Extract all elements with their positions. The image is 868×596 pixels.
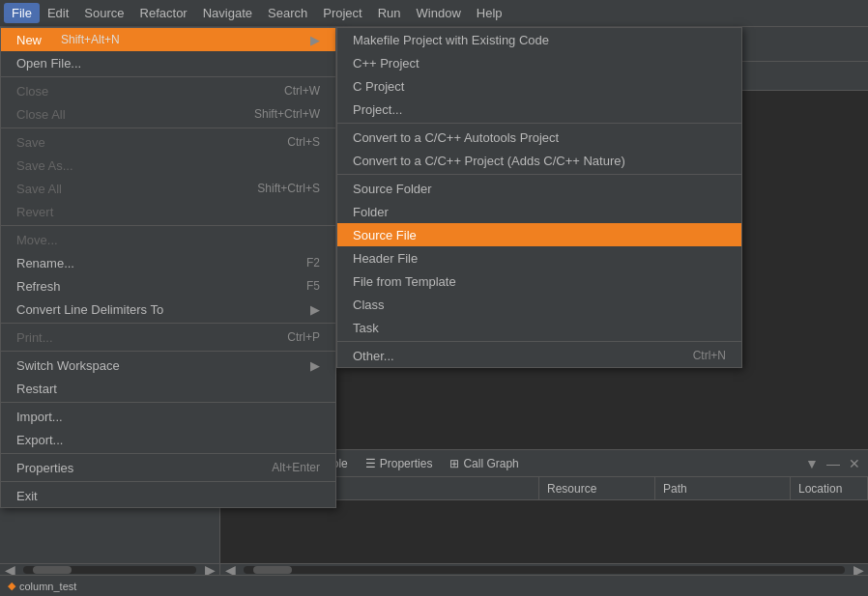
menu-item-open-file[interactable]: Open File... [1, 51, 335, 74]
col-header-path[interactable]: Path [655, 477, 791, 499]
menu-item-close[interactable]: Close Ctrl+W [1, 79, 335, 102]
separator-4 [1, 323, 335, 324]
submenu-item-other[interactable]: Other... Ctrl+N [337, 344, 741, 367]
submenu-item-c-project[interactable]: C Project [337, 74, 741, 98]
submenu-item-cpp-project[interactable]: C++ Project [337, 51, 741, 74]
separator-7 [1, 453, 335, 454]
bottom-scroll-thumb[interactable] [253, 566, 292, 574]
bottom-scroll-right-icon[interactable]: ▶ [849, 560, 868, 576]
col-header-resource[interactable]: Resource [539, 477, 655, 499]
menubar-item-source[interactable]: Source [76, 3, 131, 23]
menubar-item-run[interactable]: Run [370, 3, 409, 23]
submenu-item-convert-autotools[interactable]: Convert to a C/C++ Autotools Project [337, 126, 741, 149]
separator-5 [1, 351, 335, 352]
statusbar: ◆ column_test [0, 575, 868, 596]
submenu-item-header-file[interactable]: Header File [337, 246, 741, 270]
new-submenu: Makefile Project with Existing Code C++ … [336, 27, 742, 368]
separator-3 [1, 225, 335, 226]
menubar-item-window[interactable]: Window [409, 3, 469, 23]
tab-call-graph[interactable]: ⊞ Call Graph [442, 455, 526, 472]
submenu-item-file-from-template[interactable]: File from Template [337, 270, 741, 293]
menubar-item-edit[interactable]: Edit [40, 3, 76, 23]
separator-2 [1, 128, 335, 128]
menu-item-save-as[interactable]: Save As... [1, 154, 335, 177]
scroll-track [23, 566, 196, 574]
properties-icon: ☰ [365, 457, 376, 470]
scroll-right-btn[interactable]: ▶ [200, 560, 219, 576]
bottom-panel-minus-icon[interactable]: — [824, 454, 843, 473]
scroll-left-btn[interactable]: ◀ [0, 560, 19, 576]
separator-8 [1, 481, 335, 482]
bottom-scroll-track [244, 566, 845, 574]
bottom-panel-close-icon[interactable]: ✕ [845, 454, 864, 473]
call-graph-icon: ⊞ [449, 457, 459, 470]
menu-item-restart[interactable]: Restart [1, 377, 335, 400]
submenu-item-convert-cpp[interactable]: Convert to a C/C++ Project (Adds C/C++ N… [337, 149, 741, 172]
submenu-sep-3 [337, 341, 741, 342]
menubar-item-refactor[interactable]: Refactor [132, 3, 195, 23]
separator-6 [1, 402, 335, 403]
submenu-sep-1 [337, 123, 741, 124]
bottom-panel-minimize-icon[interactable]: ▼ [802, 454, 822, 473]
menubar-item-help[interactable]: Help [469, 3, 510, 23]
submenu-sep-2 [337, 174, 741, 175]
project-icon: ◆ [8, 580, 15, 592]
scroll-thumb[interactable] [33, 566, 72, 574]
bottom-scroll-left-icon[interactable]: ◀ [220, 560, 240, 576]
tab-properties[interactable]: ☰ Properties [358, 455, 441, 472]
menu-item-close-all[interactable]: Close All Shift+Ctrl+W [1, 102, 335, 126]
file-menu-dropdown: New Shift+Alt+N ▶ Open File... Close Ctr… [0, 27, 336, 508]
menu-item-convert-line[interactable]: Convert Line Delimiters To ▶ [1, 298, 335, 321]
menu-item-switch-workspace[interactable]: Switch Workspace ▶ [1, 354, 335, 377]
menubar-item-file[interactable]: File [4, 3, 40, 23]
menubar-item-search[interactable]: Search [260, 3, 315, 23]
menu-item-rename[interactable]: Rename... F2 [1, 251, 335, 274]
menu-item-properties[interactable]: Properties Alt+Enter [1, 456, 335, 479]
menu-item-save-all[interactable]: Save All Shift+Ctrl+S [1, 177, 335, 200]
submenu-item-folder[interactable]: Folder [337, 200, 741, 223]
menu-item-import[interactable]: Import... [1, 405, 335, 428]
submenu-item-source-folder[interactable]: Source Folder [337, 177, 741, 200]
project-name: column_test [19, 581, 76, 592]
col-header-location[interactable]: Location [791, 477, 868, 499]
bottom-scrollbar[interactable]: ◀ ▶ [220, 563, 868, 575]
menu-item-move[interactable]: Move... [1, 228, 335, 251]
menu-item-exit[interactable]: Exit [1, 484, 335, 507]
menu-item-print[interactable]: Print... Ctrl+P [1, 326, 335, 349]
left-panel-scrollbar[interactable]: ◀ ▶ [0, 563, 219, 575]
statusbar-left: ◆ column_test [8, 580, 76, 592]
menubar-item-navigate[interactable]: Navigate [195, 3, 260, 23]
menubar-item-project[interactable]: Project [315, 3, 369, 23]
table-content [220, 500, 868, 563]
menu-item-export[interactable]: Export... [1, 428, 335, 451]
menubar: File Edit Source Refactor Navigate Searc… [0, 0, 868, 27]
menu-item-revert[interactable]: Revert [1, 200, 335, 223]
menu-item-new[interactable]: New Shift+Alt+N ▶ [1, 28, 335, 51]
submenu-item-source-file[interactable]: Source File [337, 223, 741, 246]
submenu-item-task[interactable]: Task [337, 316, 741, 339]
submenu-item-makefile[interactable]: Makefile Project with Existing Code [337, 28, 741, 51]
menu-item-refresh[interactable]: Refresh F5 [1, 274, 335, 298]
menu-item-save[interactable]: Save Ctrl+S [1, 130, 335, 154]
submenu-item-class[interactable]: Class [337, 293, 741, 316]
separator-1 [1, 76, 335, 77]
submenu-item-project-dots[interactable]: Project... [337, 98, 741, 121]
